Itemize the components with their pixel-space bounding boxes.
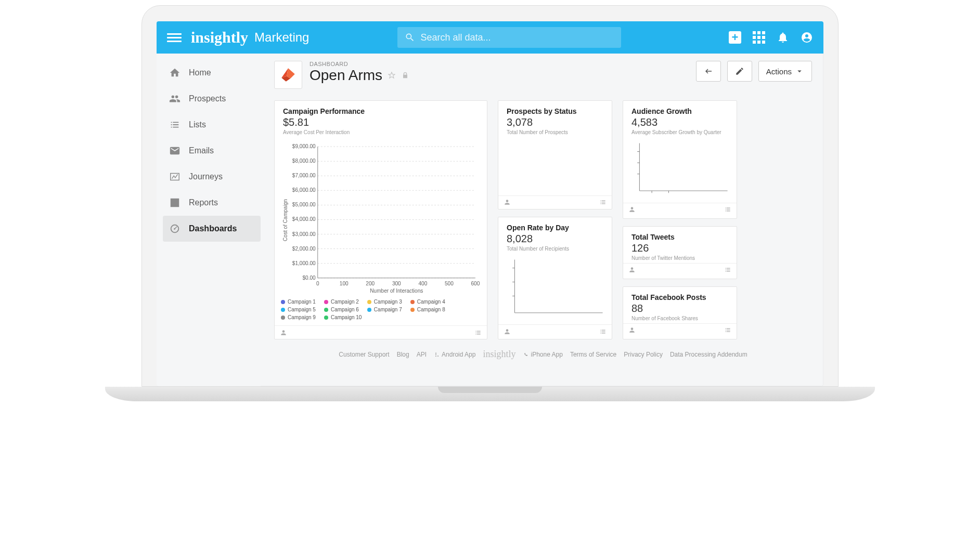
home-icon: [169, 67, 180, 78]
chevron-down-icon: [795, 67, 804, 76]
page-title: Open Arms: [310, 67, 409, 84]
list-icon[interactable]: [724, 266, 731, 273]
page-eyebrow: DASHBOARD: [310, 61, 409, 67]
back-button[interactable]: [696, 61, 721, 82]
footer-brand: insightly: [483, 349, 515, 360]
list-icon[interactable]: [599, 199, 607, 206]
svg-text:$7,000.00: $7,000.00: [292, 173, 316, 178]
svg-text:400: 400: [418, 281, 427, 286]
legend-item: Campaign 2: [324, 299, 359, 305]
back-icon: [704, 67, 713, 76]
list-icon[interactable]: [724, 206, 731, 213]
legend-item: Campaign 3: [367, 299, 402, 305]
mail-icon: [169, 145, 180, 156]
sidebar-item-prospects[interactable]: Prospects: [163, 86, 261, 112]
svg-text:100: 100: [340, 281, 349, 286]
footer-link[interactable]: Data Processing Addendum: [670, 351, 747, 358]
svg-text:200: 200: [366, 281, 375, 286]
sidebar-item-dashboards[interactable]: Dashboards: [163, 216, 261, 242]
sidebar-item-label: Emails: [189, 146, 214, 155]
footer: Customer SupportBlogAPIAndroid Appinsigh…: [274, 339, 812, 366]
person-icon[interactable]: [280, 329, 287, 336]
card-open-rate: Open Rate by Day8,028Total Number of Rec…: [498, 217, 612, 339]
footer-link[interactable]: Privacy Policy: [624, 351, 663, 358]
star-icon[interactable]: [388, 71, 396, 80]
list-icon[interactable]: [599, 328, 607, 335]
footer-link[interactable]: Customer Support: [339, 351, 389, 358]
brand-logo: insightly: [191, 29, 248, 46]
card-audience-growth: Audience Growth4,583Average Subscriber G…: [623, 100, 737, 219]
card-campaign-performance: Campaign Performance $5.81 Average Cost …: [274, 100, 487, 339]
search-input[interactable]: [420, 32, 614, 43]
card-title: Campaign Performance: [283, 107, 479, 115]
svg-text:Cost of Campaign: Cost of Campaign: [282, 199, 288, 241]
gauge-icon: [169, 223, 180, 234]
route-icon: [169, 171, 180, 182]
person-icon[interactable]: [628, 266, 636, 273]
apps-icon[interactable]: [753, 31, 765, 44]
svg-text:0: 0: [316, 281, 319, 286]
sidebar-item-label: Home: [189, 68, 211, 77]
add-button[interactable]: +: [729, 31, 741, 44]
search-box[interactable]: [397, 27, 621, 48]
edit-button[interactable]: [727, 61, 752, 82]
svg-text:Number of Interactions: Number of Interactions: [370, 288, 423, 294]
search-icon: [405, 32, 415, 43]
svg-text:$0.00: $0.00: [302, 275, 316, 281]
list-icon[interactable]: [724, 326, 731, 334]
sidebar-item-label: Journeys: [189, 172, 223, 181]
card-prospects-by-status: Prospects by Status3,078Total Number of …: [498, 100, 612, 209]
dashboard-avatar: [274, 61, 302, 89]
sidebar-item-reports[interactable]: Reports: [163, 190, 261, 216]
card-total-facebook: Total Facebook Posts88Number of Facebook…: [623, 286, 737, 339]
person-icon[interactable]: [628, 326, 636, 334]
legend-item: Campaign 1: [281, 299, 316, 305]
svg-text:$8,000.00: $8,000.00: [292, 158, 316, 164]
legend-item: Campaign 6: [324, 307, 359, 312]
footer-link[interactable]: API: [417, 351, 427, 358]
mini-chart: [629, 140, 730, 196]
sidebar-item-emails[interactable]: Emails: [163, 138, 261, 164]
report-icon: [169, 197, 180, 208]
actions-button[interactable]: Actions: [758, 61, 812, 82]
sidebar-item-home[interactable]: Home: [163, 60, 261, 86]
legend-item: Campaign 8: [410, 307, 445, 312]
footer-link[interactable]: Android App: [434, 351, 475, 358]
svg-text:$6,000.00: $6,000.00: [292, 187, 316, 193]
legend-item: Campaign 7: [367, 307, 402, 312]
sidebar: Home Prospects Lists Emails Journeys Rep…: [157, 54, 261, 386]
svg-text:$2,000.00: $2,000.00: [292, 246, 316, 252]
card-subtitle: Average Cost Per Interaction: [283, 129, 479, 135]
svg-text:$3,000.00: $3,000.00: [292, 231, 316, 237]
person-icon[interactable]: [504, 328, 511, 335]
sidebar-item-label: Reports: [189, 198, 218, 207]
menu-icon[interactable]: [167, 31, 182, 44]
svg-text:500: 500: [445, 281, 454, 286]
svg-text:$4,000.00: $4,000.00: [292, 216, 316, 222]
lock-icon: [401, 71, 409, 80]
sidebar-item-label: Lists: [189, 120, 206, 129]
topbar: insightly Marketing +: [157, 21, 823, 54]
svg-text:600: 600: [471, 281, 480, 286]
campaign-chart: Cost of Campaign $0.00$1,000.00$2,000.00…: [275, 137, 487, 325]
sidebar-item-journeys[interactable]: Journeys: [163, 164, 261, 190]
list-icon[interactable]: [474, 329, 482, 336]
footer-link[interactable]: Blog: [397, 351, 409, 358]
footer-link[interactable]: iPhone App: [523, 351, 562, 358]
legend-item: Campaign 10: [324, 314, 362, 320]
chart-legend: Campaign 1Campaign 2Campaign 3Campaign 4…: [281, 299, 481, 320]
person-icon[interactable]: [504, 199, 511, 206]
svg-text:$9,000.00: $9,000.00: [292, 143, 316, 149]
person-icon[interactable]: [628, 206, 636, 213]
origami-icon: [279, 66, 297, 84]
bell-icon[interactable]: [777, 31, 789, 44]
people-icon: [169, 93, 180, 104]
footer-link[interactable]: Terms of Service: [570, 351, 616, 358]
card-total-tweets: Total Tweets126Number of Twitter Mention…: [623, 226, 737, 279]
legend-item: Campaign 5: [281, 307, 316, 312]
legend-item: Campaign 9: [281, 314, 316, 320]
profile-icon[interactable]: [801, 31, 813, 44]
sidebar-item-label: Dashboards: [189, 224, 237, 233]
sidebar-item-lists[interactable]: Lists: [163, 112, 261, 138]
list-icon: [169, 119, 180, 130]
